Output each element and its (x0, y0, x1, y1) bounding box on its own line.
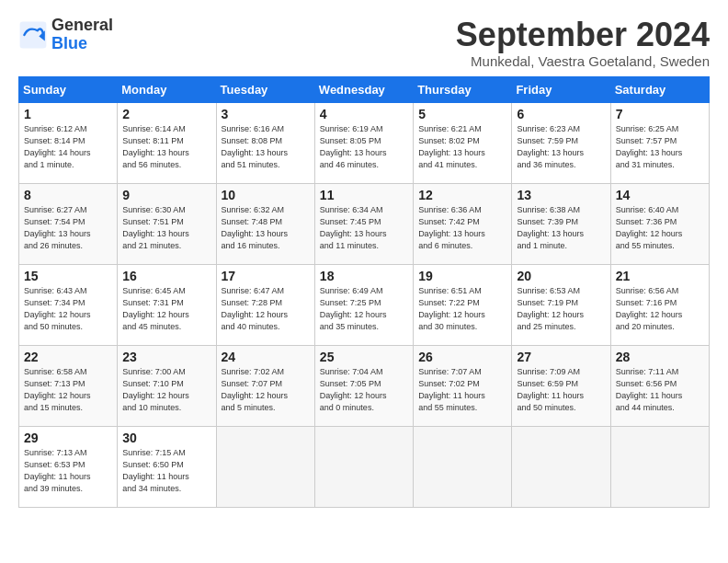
day-number: 2 (122, 107, 210, 121)
day-info: Sunrise: 7:04 AMSunset: 7:05 PMDaylight:… (320, 366, 408, 414)
day-info: Sunrise: 6:23 AMSunset: 7:59 PMDaylight:… (517, 123, 605, 171)
month-title: September 2024 (456, 17, 710, 53)
day-number: 29 (24, 431, 112, 445)
day-number: 12 (418, 188, 506, 202)
day-number: 21 (616, 269, 704, 283)
day-info: Sunrise: 6:36 AMSunset: 7:42 PMDaylight:… (418, 204, 506, 252)
day-info: Sunrise: 6:25 AMSunset: 7:57 PMDaylight:… (616, 123, 704, 171)
day-number: 11 (320, 188, 408, 202)
day-number: 13 (517, 188, 605, 202)
day-info: Sunrise: 6:34 AMSunset: 7:45 PMDaylight:… (320, 204, 408, 252)
day-info: Sunrise: 6:56 AMSunset: 7:16 PMDaylight:… (616, 285, 704, 333)
day-number: 4 (320, 107, 408, 121)
day-info: Sunrise: 6:58 AMSunset: 7:13 PMDaylight:… (24, 366, 112, 414)
calendar-cell: 27Sunrise: 7:09 AMSunset: 6:59 PMDayligh… (512, 345, 610, 426)
day-info: Sunrise: 7:09 AMSunset: 6:59 PMDaylight:… (517, 366, 605, 414)
calendar-cell (414, 426, 512, 507)
calendar-cell: 4Sunrise: 6:19 AMSunset: 8:05 PMDaylight… (314, 102, 413, 183)
day-number: 22 (24, 350, 112, 364)
day-info: Sunrise: 6:21 AMSunset: 8:02 PMDaylight:… (418, 123, 506, 171)
calendar-week-4: 22Sunrise: 6:58 AMSunset: 7:13 PMDayligh… (19, 345, 710, 426)
day-number: 9 (122, 188, 210, 202)
calendar-cell (314, 426, 413, 507)
calendar-cell (216, 426, 314, 507)
day-info: Sunrise: 7:13 AMSunset: 6:53 PMDaylight:… (24, 447, 112, 495)
calendar-cell: 12Sunrise: 6:36 AMSunset: 7:42 PMDayligh… (414, 183, 512, 264)
calendar-cell: 28Sunrise: 7:11 AMSunset: 6:56 PMDayligh… (610, 345, 709, 426)
day-number: 15 (24, 269, 112, 283)
day-info: Sunrise: 6:12 AMSunset: 8:14 PMDaylight:… (24, 123, 112, 171)
day-number: 18 (320, 269, 408, 283)
calendar-cell: 11Sunrise: 6:34 AMSunset: 7:45 PMDayligh… (314, 183, 413, 264)
day-number: 1 (24, 107, 112, 121)
calendar-cell: 29Sunrise: 7:13 AMSunset: 6:53 PMDayligh… (19, 426, 118, 507)
calendar-cell: 19Sunrise: 6:51 AMSunset: 7:22 PMDayligh… (414, 264, 512, 345)
calendar-cell: 6Sunrise: 6:23 AMSunset: 7:59 PMDaylight… (512, 102, 610, 183)
calendar-week-2: 8Sunrise: 6:27 AMSunset: 7:54 PMDaylight… (19, 183, 710, 264)
calendar-cell: 23Sunrise: 7:00 AMSunset: 7:10 PMDayligh… (118, 345, 216, 426)
calendar-cell: 21Sunrise: 6:56 AMSunset: 7:16 PMDayligh… (610, 264, 709, 345)
calendar-cell: 15Sunrise: 6:43 AMSunset: 7:34 PMDayligh… (19, 264, 118, 345)
day-info: Sunrise: 6:51 AMSunset: 7:22 PMDaylight:… (418, 285, 506, 333)
day-number: 25 (320, 350, 408, 364)
day-info: Sunrise: 7:11 AMSunset: 6:56 PMDaylight:… (616, 366, 704, 414)
day-number: 28 (616, 350, 704, 364)
day-info: Sunrise: 6:43 AMSunset: 7:34 PMDaylight:… (24, 285, 112, 333)
calendar-cell: 16Sunrise: 6:45 AMSunset: 7:31 PMDayligh… (118, 264, 216, 345)
calendar-cell: 10Sunrise: 6:32 AMSunset: 7:48 PMDayligh… (216, 183, 314, 264)
calendar-week-5: 29Sunrise: 7:13 AMSunset: 6:53 PMDayligh… (19, 426, 710, 507)
day-info: Sunrise: 6:30 AMSunset: 7:51 PMDaylight:… (122, 204, 210, 252)
day-number: 14 (616, 188, 704, 202)
day-number: 20 (517, 269, 605, 283)
day-info: Sunrise: 6:45 AMSunset: 7:31 PMDaylight:… (122, 285, 210, 333)
day-number: 24 (222, 350, 310, 364)
day-info: Sunrise: 6:49 AMSunset: 7:25 PMDaylight:… (320, 285, 408, 333)
logo: General Blue (18, 17, 113, 53)
day-number: 10 (222, 188, 310, 202)
weekday-header-wednesday: Wednesday (314, 76, 413, 102)
weekday-header-thursday: Thursday (414, 76, 512, 102)
calendar-cell: 1Sunrise: 6:12 AMSunset: 8:14 PMDaylight… (19, 102, 118, 183)
day-number: 26 (418, 350, 506, 364)
location: Munkedal, Vaestra Goetaland, Sweden (456, 53, 710, 69)
day-info: Sunrise: 6:47 AMSunset: 7:28 PMDaylight:… (222, 285, 310, 333)
calendar-cell: 20Sunrise: 6:53 AMSunset: 7:19 PMDayligh… (512, 264, 610, 345)
calendar-week-1: 1Sunrise: 6:12 AMSunset: 8:14 PMDaylight… (19, 102, 710, 183)
page-header: General Blue September 2024 Munkedal, Va… (18, 17, 710, 69)
day-info: Sunrise: 6:27 AMSunset: 7:54 PMDaylight:… (24, 204, 112, 252)
calendar-cell: 9Sunrise: 6:30 AMSunset: 7:51 PMDaylight… (118, 183, 216, 264)
day-info: Sunrise: 6:53 AMSunset: 7:19 PMDaylight:… (517, 285, 605, 333)
day-info: Sunrise: 7:02 AMSunset: 7:07 PMDaylight:… (222, 366, 310, 414)
logo-line1: General (51, 17, 113, 35)
calendar-cell: 18Sunrise: 6:49 AMSunset: 7:25 PMDayligh… (314, 264, 413, 345)
calendar-cell: 26Sunrise: 7:07 AMSunset: 7:02 PMDayligh… (414, 345, 512, 426)
day-info: Sunrise: 6:16 AMSunset: 8:08 PMDaylight:… (222, 123, 310, 171)
calendar-cell (512, 426, 610, 507)
calendar-cell: 24Sunrise: 7:02 AMSunset: 7:07 PMDayligh… (216, 345, 314, 426)
calendar-week-3: 15Sunrise: 6:43 AMSunset: 7:34 PMDayligh… (19, 264, 710, 345)
day-number: 5 (418, 107, 506, 121)
weekday-header-saturday: Saturday (610, 76, 709, 102)
calendar-cell: 13Sunrise: 6:38 AMSunset: 7:39 PMDayligh… (512, 183, 610, 264)
day-number: 30 (122, 431, 210, 445)
weekday-header-friday: Friday (512, 76, 610, 102)
day-number: 3 (222, 107, 310, 121)
day-info: Sunrise: 6:32 AMSunset: 7:48 PMDaylight:… (222, 204, 310, 252)
day-number: 23 (122, 350, 210, 364)
day-info: Sunrise: 7:15 AMSunset: 6:50 PMDaylight:… (122, 447, 210, 495)
day-number: 6 (517, 107, 605, 121)
calendar-cell: 8Sunrise: 6:27 AMSunset: 7:54 PMDaylight… (19, 183, 118, 264)
day-info: Sunrise: 6:40 AMSunset: 7:36 PMDaylight:… (616, 204, 704, 252)
day-number: 27 (517, 350, 605, 364)
calendar-cell: 5Sunrise: 6:21 AMSunset: 8:02 PMDaylight… (414, 102, 512, 183)
day-info: Sunrise: 7:00 AMSunset: 7:10 PMDaylight:… (122, 366, 210, 414)
calendar-cell: 22Sunrise: 6:58 AMSunset: 7:13 PMDayligh… (19, 345, 118, 426)
day-number: 17 (222, 269, 310, 283)
day-number: 7 (616, 107, 704, 121)
day-info: Sunrise: 6:38 AMSunset: 7:39 PMDaylight:… (517, 204, 605, 252)
weekday-header-tuesday: Tuesday (216, 76, 314, 102)
calendar-cell: 3Sunrise: 6:16 AMSunset: 8:08 PMDaylight… (216, 102, 314, 183)
day-number: 19 (418, 269, 506, 283)
calendar-cell: 17Sunrise: 6:47 AMSunset: 7:28 PMDayligh… (216, 264, 314, 345)
calendar-cell (610, 426, 709, 507)
